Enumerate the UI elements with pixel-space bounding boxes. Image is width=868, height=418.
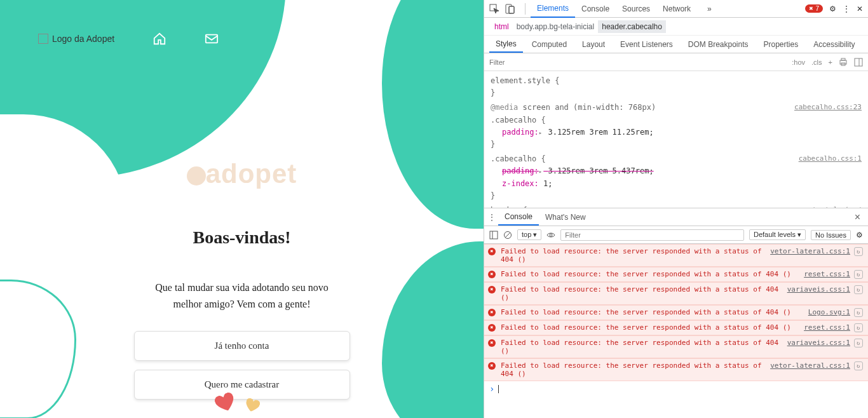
svg-rect-8 xyxy=(855,58,862,66)
subtab-dom-breakpoints[interactable]: DOM Breakpoints xyxy=(682,37,755,52)
inspect-icon[interactable] xyxy=(489,4,499,14)
svg-rect-3 xyxy=(509,6,514,13)
styles-subtabs: Styles Computed Layout Event Listeners D… xyxy=(484,36,868,53)
error-message: Failed to load resource: the server resp… xyxy=(501,323,804,332)
console-clear-icon[interactable] xyxy=(503,231,512,239)
welcome-heading: Boas-vindas! xyxy=(193,227,290,248)
error-source-link[interactable]: vetor-lateral.css:1 xyxy=(770,247,850,264)
rule-source-link[interactable]: cabecalho.css:1 xyxy=(799,153,862,165)
console-no-issues[interactable]: No Issues xyxy=(811,230,851,240)
refresh-icon[interactable]: ↻ xyxy=(854,339,863,347)
refresh-icon[interactable]: ↻ xyxy=(854,285,863,294)
app-viewport: Logo da Adopet adopet Boas-vindas! Que t… xyxy=(0,0,484,418)
console-settings-gear-icon[interactable]: ⚙ xyxy=(856,231,863,239)
console-sidebar-icon[interactable] xyxy=(489,231,498,239)
drawer-tab-whatsnew[interactable]: What's New xyxy=(539,210,592,225)
rule-element-style[interactable]: element.style { } xyxy=(491,75,862,99)
subtitle-line1: Que tal mudar sua vida adotando seu novo xyxy=(155,282,328,293)
subtab-listeners[interactable]: Event Listeners xyxy=(614,37,679,52)
rule-media-cabecalho[interactable]: cabecalho.css:23 @media @media screen an… xyxy=(491,102,862,151)
console-error-row[interactable]: Failed to load resource: the server resp… xyxy=(484,320,868,335)
error-message: Failed to load resource: the server resp… xyxy=(501,308,808,317)
close-devtools-icon[interactable]: ✕ xyxy=(857,4,863,13)
console-levels-selector[interactable]: Default levels ▾ xyxy=(749,229,806,240)
styles-pane[interactable]: element.style { } cabecalho.css:23 @medi… xyxy=(484,71,868,208)
rule-source-link[interactable]: cabecalho.css:23 xyxy=(794,102,862,113)
subtab-layout[interactable]: Layout xyxy=(576,37,611,52)
media-query: @media @media screen and (min-width: 768… xyxy=(491,103,656,112)
logo-broken-image: Logo da Adopet xyxy=(38,34,114,44)
dom-breadcrumb: html body.app.bg-tela-inicial header.cab… xyxy=(484,18,868,36)
kebab-menu-icon[interactable]: ⋮ xyxy=(843,4,850,13)
paw-icon xyxy=(187,166,206,185)
console-body[interactable]: Failed to load resource: the server resp… xyxy=(484,244,868,399)
subtitle-line2: melhor amigo? Vem com a gente! xyxy=(173,299,310,309)
new-rule-icon[interactable]: + xyxy=(829,58,832,66)
console-eye-icon[interactable] xyxy=(546,231,555,239)
error-source-link[interactable]: vetor-lateral.css:1 xyxy=(770,361,850,378)
error-source-link[interactable]: variaveis.css:1 xyxy=(787,285,850,302)
refresh-icon[interactable]: ↻ xyxy=(854,247,863,256)
console-error-row[interactable]: Failed to load resource: the server resp… xyxy=(484,335,868,358)
console-error-row[interactable]: Failed to load resource: the server resp… xyxy=(484,244,868,267)
tabs-more-icon[interactable]: » xyxy=(701,1,718,17)
panel-layout-icon[interactable] xyxy=(854,58,863,67)
breadcrumb-html[interactable]: html xyxy=(491,20,513,33)
console-context-selector[interactable]: top ▾ xyxy=(517,229,541,240)
home-icon[interactable] xyxy=(153,32,166,46)
tab-network[interactable]: Network xyxy=(656,1,697,17)
error-source-link[interactable]: variaveis.css:1 xyxy=(787,339,850,355)
devtools-panel: Elements Console Sources Network » 7 ⚙ ⋮… xyxy=(484,0,868,418)
tab-sources[interactable]: Sources xyxy=(616,1,656,17)
drawer-tab-console[interactable]: Console xyxy=(498,209,539,226)
subtab-styles[interactable]: Styles xyxy=(489,36,523,53)
rule2-prop-zindex[interactable]: z-index: 1; xyxy=(502,179,552,188)
styles-filter-input[interactable] xyxy=(489,58,785,66)
error-source-link[interactable]: Logo.svg:1 xyxy=(808,308,850,317)
refresh-icon[interactable]: ↻ xyxy=(854,361,863,370)
main-content: adopet Boas-vindas! Que tal mudar sua vi… xyxy=(0,159,484,408)
tab-console[interactable]: Console xyxy=(575,1,616,17)
error-source-link[interactable]: reset.css:1 xyxy=(804,270,850,279)
console-error-row[interactable]: Failed to load resource: the server resp… xyxy=(484,358,868,381)
subtab-computed[interactable]: Computed xyxy=(526,37,573,52)
error-count-badge[interactable]: 7 xyxy=(805,4,823,13)
element-style-selector: element.style { xyxy=(491,76,559,85)
drawer-close-icon[interactable]: × xyxy=(855,212,860,223)
svg-rect-6 xyxy=(841,58,845,60)
tab-elements[interactable]: Elements xyxy=(531,0,575,18)
drawer-menu-icon[interactable]: ⋮ xyxy=(488,213,498,222)
rule1-prop[interactable]: padding:▸ 3.125rem 3rem 11.25rem; xyxy=(502,128,654,137)
refresh-icon[interactable]: ↻ xyxy=(854,308,863,317)
mail-icon[interactable] xyxy=(205,32,219,46)
login-button[interactable]: Já tenho conta xyxy=(134,331,350,361)
console-error-row[interactable]: Failed to load resource: the server resp… xyxy=(484,305,868,320)
rule2-prop-padding[interactable]: padding:▸ 3.125rem 3rem 5.437rem; xyxy=(502,166,654,175)
refresh-icon[interactable]: ↻ xyxy=(854,323,863,332)
console-error-row[interactable]: Failed to load resource: the server resp… xyxy=(484,267,868,282)
error-message: Failed to load resource: the server resp… xyxy=(501,247,770,264)
print-icon[interactable] xyxy=(839,58,848,67)
svg-rect-10 xyxy=(490,231,498,239)
error-source-link[interactable]: reset.css:1 xyxy=(804,323,850,332)
settings-gear-icon[interactable]: ⚙ xyxy=(829,4,836,13)
filter-hov[interactable]: :hov xyxy=(792,58,805,66)
breadcrumb-header[interactable]: header.cabecalho xyxy=(598,20,666,33)
refresh-icon[interactable]: ↻ xyxy=(854,270,863,279)
console-prompt[interactable] xyxy=(484,381,868,396)
subtab-accessibility[interactable]: Accessibility xyxy=(807,37,861,52)
error-message: Failed to load resource: the server resp… xyxy=(501,339,787,355)
rule1-selector: .cabecalho { xyxy=(491,116,546,125)
breadcrumb-body[interactable]: body.app.bg-tela-inicial xyxy=(513,20,599,33)
brace-close: } xyxy=(491,191,495,200)
filter-cls[interactable]: .cls xyxy=(811,58,822,66)
heart-yellow-icon xyxy=(244,398,261,415)
error-message: Failed to load resource: the server resp… xyxy=(501,285,787,302)
subtab-properties[interactable]: Properties xyxy=(757,37,805,52)
separator xyxy=(525,3,526,15)
device-toggle-icon[interactable] xyxy=(505,4,515,14)
console-filter-input[interactable] xyxy=(560,229,744,241)
console-error-row[interactable]: Failed to load resource: the server resp… xyxy=(484,282,868,305)
console-toolbar: top ▾ Default levels ▾ No Issues ⚙ xyxy=(484,226,868,244)
rule-cabecalho[interactable]: cabecalho.css:1 .cabecalho { padding:▸ 3… xyxy=(491,153,862,202)
